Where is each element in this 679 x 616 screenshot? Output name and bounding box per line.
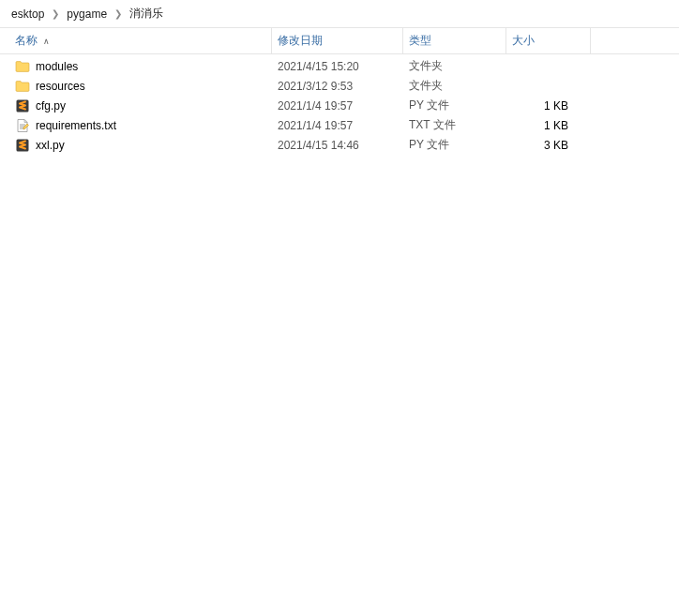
- file-list: 名称 ∧ 修改日期 类型 大小 modules 2021/4/15 15:20 …: [0, 28, 679, 155]
- file-name: requirements.txt: [36, 119, 116, 132]
- file-date: 2021/4/15 15:20: [272, 60, 403, 73]
- file-row[interactable]: resources 2021/3/12 9:53 文件夹: [0, 76, 679, 96]
- file-date: 2021/1/4 19:57: [272, 99, 403, 113]
- file-size: 1 KB: [506, 99, 591, 113]
- folder-icon: [15, 79, 30, 94]
- column-header-name-label: 名称: [15, 33, 38, 49]
- column-header-name[interactable]: 名称 ∧: [9, 28, 272, 53]
- breadcrumb-item-1[interactable]: pygame: [61, 4, 113, 24]
- file-row[interactable]: modules 2021/4/15 15:20 文件夹: [0, 56, 679, 76]
- files-area: modules 2021/4/15 15:20 文件夹 resources 20…: [0, 54, 679, 155]
- column-header-size-label: 大小: [512, 33, 535, 49]
- file-size: 3 KB: [506, 139, 591, 152]
- file-date: 2021/3/12 9:53: [272, 80, 403, 93]
- column-header-date-label: 修改日期: [278, 33, 323, 49]
- column-header-size[interactable]: 大小: [506, 28, 591, 53]
- column-header-type-label: 类型: [409, 33, 431, 49]
- file-row[interactable]: xxl.py 2021/4/15 14:46 PY 文件 3 KB: [0, 135, 679, 155]
- file-type: PY 文件: [403, 98, 506, 113]
- txt-file-icon: [15, 118, 30, 133]
- file-date: 2021/4/15 14:46: [272, 139, 403, 152]
- sublime-file-icon: [15, 98, 30, 113]
- column-header-date[interactable]: 修改日期: [272, 28, 403, 53]
- breadcrumb: esktop ❯ pygame ❯ 消消乐: [0, 0, 679, 28]
- file-type: 文件夹: [403, 78, 506, 94]
- file-name: modules: [36, 60, 78, 73]
- column-header-type[interactable]: 类型: [403, 28, 506, 53]
- file-row[interactable]: requirements.txt 2021/1/4 19:57 TXT 文件 1…: [0, 115, 679, 135]
- file-row[interactable]: cfg.py 2021/1/4 19:57 PY 文件 1 KB: [0, 96, 679, 115]
- sort-asc-icon: ∧: [43, 37, 50, 46]
- file-name: xxl.py: [36, 139, 65, 152]
- file-size: 1 KB: [506, 119, 591, 132]
- file-type: 文件夹: [403, 58, 506, 74]
- chevron-right-icon: ❯: [113, 8, 124, 19]
- file-type: TXT 文件: [403, 117, 506, 133]
- file-name: resources: [36, 80, 85, 93]
- file-date: 2021/1/4 19:57: [272, 119, 403, 132]
- folder-icon: [15, 59, 30, 74]
- file-name: cfg.py: [36, 99, 66, 113]
- sublime-file-icon: [15, 138, 30, 153]
- column-header-row: 名称 ∧ 修改日期 类型 大小: [0, 28, 679, 54]
- chevron-right-icon: ❯: [50, 8, 61, 19]
- breadcrumb-item-0[interactable]: esktop: [6, 4, 50, 24]
- breadcrumb-item-2[interactable]: 消消乐: [124, 2, 169, 25]
- file-type: PY 文件: [403, 137, 506, 153]
